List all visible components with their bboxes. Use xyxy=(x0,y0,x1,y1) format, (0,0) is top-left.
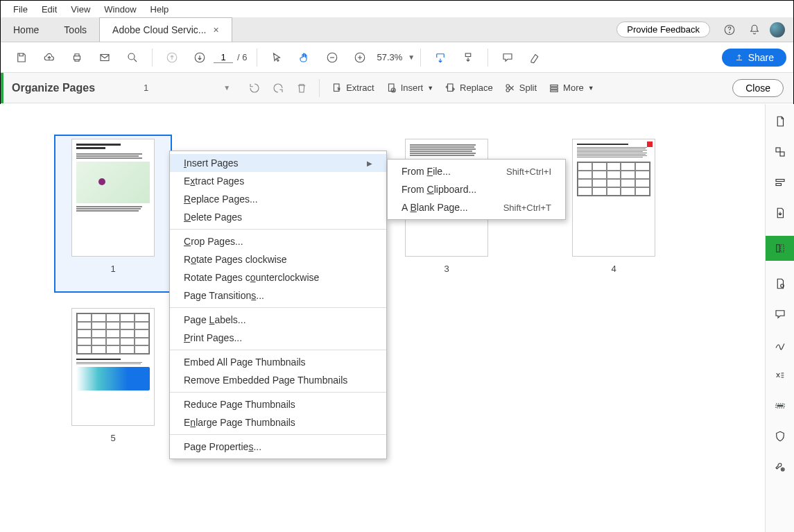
svg-rect-3 xyxy=(101,54,109,60)
thumbnail-page-5[interactable]: 5 xyxy=(54,308,172,443)
zoom-in-icon[interactable] xyxy=(352,49,368,66)
page-up-icon[interactable] xyxy=(164,49,180,66)
thumb-4-label: 4 xyxy=(555,264,673,274)
zoom-level[interactable]: 57.3% xyxy=(377,52,402,62)
rail-combine-icon[interactable] xyxy=(773,144,788,160)
svg-rect-24 xyxy=(780,245,784,252)
rail-speech-icon[interactable] xyxy=(773,307,788,322)
provide-feedback-button[interactable]: Provide Feedback xyxy=(616,22,710,37)
mail-icon[interactable] xyxy=(96,49,113,66)
organize-title: Organize Pages xyxy=(12,82,95,94)
svg-rect-9 xyxy=(466,53,472,57)
page-input[interactable] xyxy=(214,52,233,63)
ctx-from-clipboard[interactable]: From Clipboard... xyxy=(388,180,565,198)
menu-bar: File Edit View Window Help xyxy=(1,1,793,17)
highlight-icon[interactable] xyxy=(527,49,544,66)
rail-sign-icon[interactable] xyxy=(773,337,788,352)
tab-document[interactable]: Adobe Cloud Servic... × xyxy=(99,17,232,42)
zoom-dropdown-icon[interactable]: ▼ xyxy=(408,53,415,61)
share-button[interactable]: Share xyxy=(722,49,786,67)
svg-rect-17 xyxy=(551,87,558,89)
extract-button[interactable]: Extract xyxy=(325,79,379,97)
ctx-embed-all[interactable]: Embed All Page Thumbnails xyxy=(170,353,386,371)
close-button[interactable]: Close xyxy=(732,79,784,97)
print-icon[interactable] xyxy=(69,49,85,66)
select-tool-icon[interactable] xyxy=(268,49,285,66)
svg-rect-27 xyxy=(777,405,783,406)
ctx-enlarge[interactable]: Enlarge Page Thumbnails xyxy=(170,413,386,431)
ctx-rotate-ccw[interactable]: Rotate Pages counterclockwise xyxy=(170,268,386,286)
ctx-delete-pages[interactable]: Delete Pages xyxy=(170,208,386,226)
rail-organize-icon[interactable] xyxy=(766,236,795,261)
thumbnail-page-1[interactable]: 1 xyxy=(54,139,172,274)
scroll-mode-icon[interactable] xyxy=(460,49,476,66)
tab-row: Home Tools Adobe Cloud Servic... × Provi… xyxy=(1,17,793,42)
organize-page-selector[interactable]: 1 xyxy=(144,83,148,93)
thumb-3-label: 3 xyxy=(388,264,506,274)
fit-width-icon[interactable] xyxy=(432,49,449,66)
ctx-remove-embed[interactable]: Remove Embedded Page Thumbnails xyxy=(170,371,386,389)
ctx-print[interactable]: Print Pages... xyxy=(170,329,386,347)
thumb-5-label: 5 xyxy=(54,433,172,443)
rotate-cw-icon[interactable] xyxy=(270,80,286,96)
comment-icon[interactable] xyxy=(499,49,516,66)
search-icon[interactable] xyxy=(124,49,141,66)
svg-rect-10 xyxy=(334,84,340,92)
avatar-icon[interactable] xyxy=(770,22,785,37)
menu-edit[interactable]: Edit xyxy=(35,2,64,17)
more-button[interactable]: More▼ xyxy=(542,79,600,97)
hand-tool-icon[interactable] xyxy=(296,49,313,66)
rail-more-tools-icon[interactable] xyxy=(773,459,788,474)
rail-redact-icon[interactable] xyxy=(773,398,788,413)
menu-file[interactable]: File xyxy=(6,2,35,17)
ctx-insert-pages[interactable]: Insert Pages▶ xyxy=(170,154,386,172)
cloud-upload-icon[interactable] xyxy=(41,49,58,66)
rail-create-pdf-icon[interactable] xyxy=(773,114,788,129)
svg-rect-13 xyxy=(448,84,454,92)
help-icon[interactable] xyxy=(722,22,737,37)
ctx-extract-pages[interactable]: Extract Pages xyxy=(170,172,386,190)
ctx-rotate-cw[interactable]: Rotate Pages clockwise xyxy=(170,250,386,268)
replace-label: Replace xyxy=(460,83,493,93)
menu-view[interactable]: View xyxy=(64,2,97,17)
svg-point-1 xyxy=(730,32,730,33)
bell-icon[interactable] xyxy=(747,22,762,37)
ctx-transitions[interactable]: Page Transitions... xyxy=(170,286,386,304)
rail-excel-icon[interactable] xyxy=(773,368,788,383)
rail-edit-icon[interactable] xyxy=(773,175,788,190)
split-button[interactable]: Split xyxy=(499,79,542,97)
page-down-icon[interactable] xyxy=(191,49,208,66)
svg-rect-16 xyxy=(551,85,558,86)
zoom-out-icon[interactable] xyxy=(324,49,340,66)
thumbnail-page-4[interactable]: 4 xyxy=(555,139,673,274)
ctx-blank-page[interactable]: A Blank Page... Shift+Ctrl+T xyxy=(388,198,565,216)
ctx-crop-pages[interactable]: Crop Pages... xyxy=(170,232,386,250)
rotate-ccw-icon[interactable] xyxy=(247,80,262,96)
tab-home[interactable]: Home xyxy=(1,17,51,42)
svg-point-14 xyxy=(506,84,510,87)
menu-window[interactable]: Window xyxy=(97,2,143,17)
svg-rect-21 xyxy=(776,180,784,182)
insert-button[interactable]: Insert▼ xyxy=(380,79,439,97)
right-rail xyxy=(765,104,794,532)
ctx-labels[interactable]: Page Labels... xyxy=(170,311,386,329)
rail-protect-icon[interactable] xyxy=(773,429,788,444)
main-toolbar: / 6 57.3% ▼ Share xyxy=(1,42,793,73)
rail-comment-icon[interactable] xyxy=(773,276,788,291)
close-tab-icon[interactable]: × xyxy=(213,24,218,35)
more-label: More xyxy=(563,83,584,93)
svg-rect-20 xyxy=(780,152,784,156)
ctx-reduce[interactable]: Reduce Page Thumbnails xyxy=(170,395,386,413)
svg-rect-19 xyxy=(776,148,780,152)
tab-tools[interactable]: Tools xyxy=(51,17,99,42)
ctx-properties[interactable]: Page Properties... xyxy=(170,438,386,456)
page-count: / 6 xyxy=(237,52,247,62)
replace-button[interactable]: Replace xyxy=(439,79,499,97)
delete-icon[interactable] xyxy=(294,80,309,96)
save-icon[interactable] xyxy=(13,49,30,66)
menu-help[interactable]: Help xyxy=(144,2,176,17)
rail-export-icon[interactable] xyxy=(773,205,788,221)
ctx-from-file[interactable]: From File... Shift+Ctrl+I xyxy=(388,162,565,180)
organize-page-caret-icon[interactable]: ▼ xyxy=(223,84,230,92)
ctx-replace-pages[interactable]: Replace Pages... xyxy=(170,190,386,208)
